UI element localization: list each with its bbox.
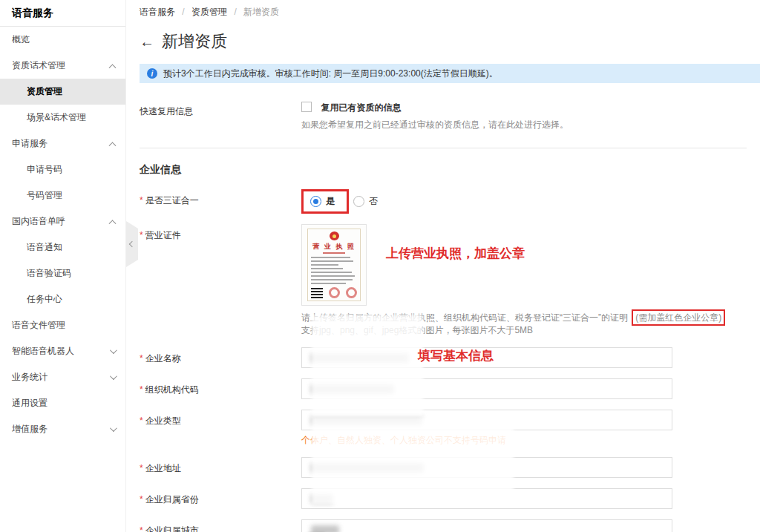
- back-arrow-icon[interactable]: ←: [140, 33, 154, 50]
- info-icon: i: [147, 68, 157, 79]
- three-in-one-row: *是否三证合一 是 否: [140, 189, 760, 214]
- redacted-value: [311, 525, 339, 532]
- privacy-blur-patch: [312, 417, 514, 505]
- company-city-row: *企业归属城市: [140, 519, 760, 532]
- sidebar-item-qualification-script-mgmt[interactable]: 资质话术管理: [0, 53, 125, 79]
- radio-no-label[interactable]: 否: [369, 195, 378, 208]
- breadcrumb: 语音服务 / 资质管理 / 新增资质: [140, 6, 760, 19]
- sidebar-item-number-mgmt[interactable]: 号码管理: [0, 183, 125, 208]
- sidebar-item-apply-number[interactable]: 申请号码: [0, 157, 125, 183]
- section-divider: [140, 148, 747, 148]
- breadcrumb-qualification-mgmt[interactable]: 资质管理: [191, 7, 227, 17]
- sidebar: 语音服务 概览 资质话术管理 资质管理 场景&话术管理 申请服务 申请号码 号码…: [0, 0, 126, 532]
- main-content: 语音服务 / 资质管理 / 新增资质 ← 新增资质 i 预计3个工作日内完成审核…: [126, 0, 760, 532]
- chevron-up-icon: [109, 64, 117, 71]
- sidebar-collapse-handle[interactable]: [126, 221, 138, 267]
- chevron-up-icon: [109, 220, 117, 227]
- sidebar-item-business-stats[interactable]: 业务统计: [0, 364, 125, 390]
- sidebar-item-domestic-voice-call[interactable]: 国内语音单呼: [0, 208, 125, 234]
- license-text-lines: [311, 257, 357, 286]
- annotation-fill-basic-info: 填写基本信息: [418, 347, 494, 364]
- chevron-down-icon: [110, 424, 117, 432]
- annotation-redbox-yes: 是: [301, 189, 349, 214]
- breadcrumb-voice-service[interactable]: 语音服务: [140, 7, 175, 17]
- business-license-row: *营业证件 营 业 执 照: [140, 224, 760, 337]
- reuse-label: 快速复用信息: [140, 100, 301, 118]
- radio-no[interactable]: [353, 196, 364, 207]
- sidebar-item-ai-voice-robot[interactable]: 智能语音机器人: [0, 338, 125, 364]
- chevron-down-icon: [110, 372, 117, 380]
- sidebar-item-apply-service[interactable]: 申请服务: [0, 131, 125, 157]
- breadcrumb-current: 新增资质: [243, 7, 279, 17]
- reuse-checkbox-label[interactable]: 复用已有资质的信息: [321, 102, 401, 113]
- annotation-redbox-stamp-note: (需加盖红色企业公章): [632, 309, 725, 326]
- radio-yes[interactable]: [310, 196, 321, 207]
- org-code-row: *组织机构代码: [140, 378, 760, 399]
- sidebar-item-qualification-mgmt[interactable]: 资质管理: [0, 79, 125, 105]
- sidebar-item-scene-script-mgmt[interactable]: 场景&话术管理: [0, 105, 125, 131]
- three-in-one-label: *是否三证合一: [140, 189, 301, 207]
- banner-text: 预计3个工作日内完成审核。审核工作时间: 周一至周日9:00-23:00(法定节…: [163, 68, 498, 80]
- qr-code-icon: [311, 286, 323, 298]
- chevron-up-icon: [109, 142, 117, 149]
- review-time-banner: i 预计3个工作日内完成审核。审核工作时间: 周一至周日9:00-23:00(法…: [140, 64, 760, 83]
- chevron-left-icon: [129, 241, 135, 247]
- chevron-down-icon: [110, 347, 117, 354]
- radio-yes-label[interactable]: 是: [326, 195, 335, 208]
- sidebar-item-task-center[interactable]: 任务中心: [0, 286, 125, 312]
- reuse-info-row: 快速复用信息 复用已有资质的信息 如果您希望复用之前已经通过审核的资质信息，请在…: [140, 100, 760, 131]
- company-info-title: 企业信息: [140, 163, 760, 177]
- sidebar-item-voice-captcha[interactable]: 语音验证码: [0, 260, 125, 286]
- reuse-hint: 如果您希望复用之前已经通过审核的资质信息，请在此处进行选择。: [301, 119, 569, 131]
- sidebar-item-voice-file-mgmt[interactable]: 语音文件管理: [0, 312, 125, 338]
- annotation-upload-license: 上传营业执照，加盖公章: [386, 245, 525, 262]
- page-title: ← 新增资质: [140, 30, 760, 53]
- privacy-blur-patch: [312, 315, 423, 417]
- sidebar-item-overview[interactable]: 概览: [0, 27, 125, 53]
- license-doc-title: 营 业 执 照: [312, 242, 356, 252]
- business-license-label: *营业证件: [140, 224, 301, 242]
- sidebar-title: 语音服务: [0, 0, 125, 27]
- red-stamp-icon: [346, 287, 357, 298]
- red-stamp-icon: [329, 287, 340, 298]
- sidebar-item-general-settings[interactable]: 通用设置: [0, 390, 125, 416]
- reuse-checkbox[interactable]: [301, 102, 312, 112]
- company-city-input[interactable]: [301, 519, 672, 532]
- license-thumbnail[interactable]: 营 业 执 照: [301, 224, 367, 306]
- sidebar-item-value-added-services[interactable]: 增值服务: [0, 416, 125, 442]
- national-emblem-icon: [330, 231, 339, 240]
- sidebar-item-voice-notification[interactable]: 语音通知: [0, 234, 125, 260]
